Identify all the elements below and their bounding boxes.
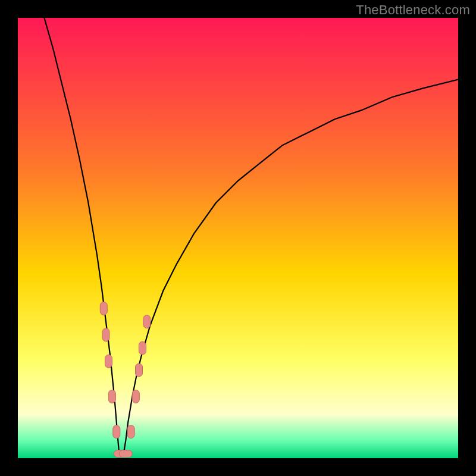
data-marker [136,364,143,377]
data-marker [119,450,132,458]
data-marker [108,390,115,403]
plot-area [18,18,458,458]
data-marker [127,425,134,439]
data-marker [143,315,151,328]
chart-frame: TheBottleneck.com [0,0,476,476]
watermark-text: TheBottleneck.com [356,2,470,18]
gradient-background [18,18,458,458]
data-marker [132,390,139,403]
data-marker [100,302,107,315]
data-marker [102,328,109,342]
data-marker [139,342,146,355]
data-marker [113,425,120,439]
plot-svg [18,18,458,458]
data-marker [105,355,112,368]
